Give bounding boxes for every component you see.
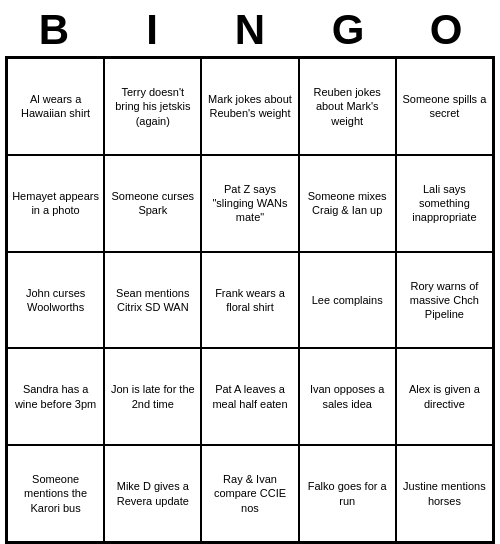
- bingo-cell-10[interactable]: John curses Woolworths: [7, 252, 104, 349]
- letter-b: B: [9, 6, 99, 54]
- bingo-cell-11[interactable]: Sean mentions Citrix SD WAN: [104, 252, 201, 349]
- bingo-cell-1[interactable]: Terry doesn't bring his jetskis (again): [104, 58, 201, 155]
- bingo-cell-8[interactable]: Someone mixes Craig & Ian up: [299, 155, 396, 252]
- bingo-cell-3[interactable]: Reuben jokes about Mark's weight: [299, 58, 396, 155]
- bingo-cell-5[interactable]: Hemayet appears in a photo: [7, 155, 104, 252]
- letter-n: N: [205, 6, 295, 54]
- bingo-cell-15[interactable]: Sandra has a wine before 3pm: [7, 348, 104, 445]
- bingo-cell-20[interactable]: Someone mentions the Karori bus: [7, 445, 104, 542]
- bingo-cell-2[interactable]: Mark jokes about Reuben's weight: [201, 58, 298, 155]
- bingo-cell-17[interactable]: Pat A leaves a meal half eaten: [201, 348, 298, 445]
- letter-g: G: [303, 6, 393, 54]
- bingo-cell-23[interactable]: Falko goes for a run: [299, 445, 396, 542]
- bingo-cell-18[interactable]: Ivan opposes a sales idea: [299, 348, 396, 445]
- bingo-cell-0[interactable]: Al wears a Hawaiian shirt: [7, 58, 104, 155]
- bingo-cell-6[interactable]: Someone curses Spark: [104, 155, 201, 252]
- bingo-cell-19[interactable]: Alex is given a directive: [396, 348, 493, 445]
- bingo-cell-4[interactable]: Someone spills a secret: [396, 58, 493, 155]
- bingo-cell-16[interactable]: Jon is late for the 2nd time: [104, 348, 201, 445]
- bingo-grid: Al wears a Hawaiian shirtTerry doesn't b…: [5, 56, 495, 544]
- bingo-title-row: B I N G O: [5, 0, 495, 56]
- bingo-cell-21[interactable]: Mike D gives a Revera update: [104, 445, 201, 542]
- bingo-cell-24[interactable]: Justine mentions horses: [396, 445, 493, 542]
- letter-i: I: [107, 6, 197, 54]
- bingo-cell-13[interactable]: Lee complains: [299, 252, 396, 349]
- bingo-cell-9[interactable]: Lali says something inappropriate: [396, 155, 493, 252]
- bingo-cell-22[interactable]: Ray & Ivan compare CCIE nos: [201, 445, 298, 542]
- bingo-cell-14[interactable]: Rory warns of massive Chch Pipeline: [396, 252, 493, 349]
- bingo-cell-7[interactable]: Pat Z says "slinging WANs mate": [201, 155, 298, 252]
- letter-o: O: [401, 6, 491, 54]
- bingo-cell-12[interactable]: Frank wears a floral shirt: [201, 252, 298, 349]
